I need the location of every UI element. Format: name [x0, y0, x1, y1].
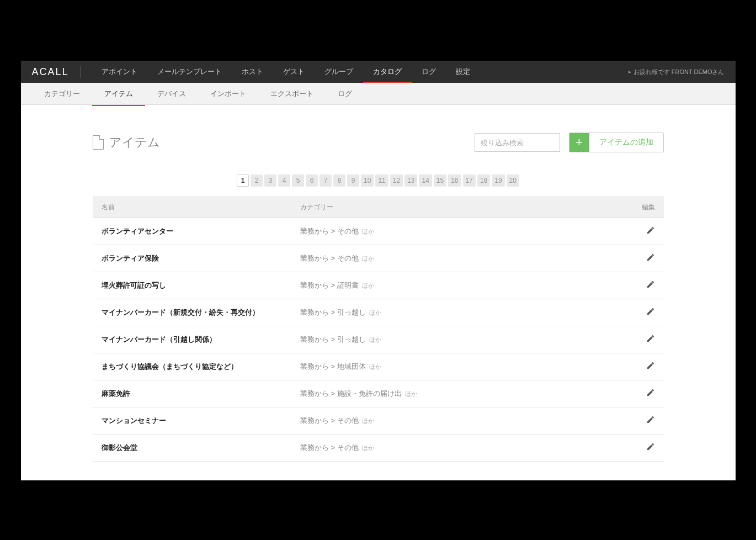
- row-category: 業務から>施設・免許の届け出ほか: [300, 389, 633, 399]
- page-13[interactable]: 13: [404, 174, 417, 187]
- subtab-5[interactable]: ログ: [326, 82, 364, 105]
- row-name: マイナンバーカード（新規交付・紛失・再交付）: [102, 308, 300, 317]
- table-row: まちづくり協議会（まちづくり協定など）業務から>地域団体ほか: [93, 353, 664, 380]
- page-12[interactable]: 12: [390, 174, 403, 187]
- page-2[interactable]: 2: [251, 174, 263, 187]
- page-15[interactable]: 15: [434, 174, 446, 187]
- edit-icon[interactable]: [646, 442, 655, 451]
- row-category: 業務から>地域団体ほか: [300, 362, 633, 372]
- row-category: 業務から>その他ほか: [300, 416, 633, 426]
- table-row: 埋火葬許可証の写し業務から>証明書ほか: [93, 272, 664, 299]
- page-17[interactable]: 17: [463, 174, 476, 187]
- row-name: 麻薬免許: [102, 389, 300, 399]
- row-category: 業務から>その他ほか: [300, 253, 633, 263]
- row-name: マイナンバーカード（引越し関係）: [102, 335, 300, 345]
- search-input[interactable]: [475, 133, 560, 152]
- table-row: マンションセミナー業務から>その他ほか: [93, 407, 664, 435]
- table-row: ボランティアセンター業務から>その他ほか: [93, 218, 664, 245]
- page-1[interactable]: 1: [237, 174, 249, 187]
- top-navigation: ACALL アポイントメールテンプレートホストゲストグループカタログログ設定 お…: [21, 61, 736, 83]
- page-3[interactable]: 3: [264, 174, 276, 187]
- page-10[interactable]: 10: [361, 174, 374, 187]
- row-category: 業務から>引っ越しほか: [300, 335, 633, 345]
- add-item-button[interactable]: + アイテムの追加: [569, 133, 664, 152]
- page-6[interactable]: 6: [306, 174, 318, 187]
- page-16[interactable]: 16: [448, 174, 461, 187]
- items-table: 名前 カテゴリー 編集 ボランティアセンター業務から>その他ほかボランティア保険…: [93, 197, 664, 462]
- column-header-edit: 編集: [633, 203, 655, 212]
- edit-icon[interactable]: [646, 253, 655, 262]
- row-name: 埋火葬許可証の写し: [102, 280, 300, 290]
- nav-item-7[interactable]: 設定: [446, 61, 480, 83]
- row-category: 業務から>証明書ほか: [300, 280, 633, 290]
- edit-icon[interactable]: [646, 415, 655, 424]
- page-title-text: アイテム: [109, 134, 160, 151]
- page-20[interactable]: 20: [507, 174, 519, 187]
- column-header-name: 名前: [102, 203, 300, 212]
- page-19[interactable]: 19: [492, 174, 504, 187]
- nav-item-0[interactable]: アポイント: [92, 61, 147, 83]
- page-14[interactable]: 14: [419, 174, 432, 187]
- logo: ACALL: [32, 66, 81, 78]
- page-18[interactable]: 18: [477, 174, 490, 187]
- sub-navigation: カテゴリーアイテムデバイスインポートエクスポートログ: [21, 83, 736, 105]
- table-row: マイナンバーカード（新規交付・紛失・再交付）業務から>引っ越しほか: [93, 299, 664, 326]
- table-row: マイナンバーカード（引越し関係）業務から>引っ越しほか: [93, 326, 664, 353]
- add-button-label: アイテムの追加: [589, 137, 663, 147]
- table-row: 御影公会堂業務から>その他ほか: [93, 435, 664, 462]
- page-4[interactable]: 4: [278, 174, 290, 187]
- edit-icon[interactable]: [646, 388, 655, 397]
- edit-icon[interactable]: [646, 307, 655, 316]
- row-name: ボランティアセンター: [102, 226, 300, 236]
- row-name: ボランティア保険: [102, 253, 300, 263]
- page-5[interactable]: 5: [292, 174, 304, 187]
- edit-icon[interactable]: [646, 280, 655, 289]
- document-icon: [93, 135, 104, 150]
- edit-icon[interactable]: [646, 361, 655, 370]
- pagination: 1234567891011121314151617181920: [93, 174, 664, 187]
- nav-item-5[interactable]: カタログ: [363, 61, 412, 83]
- row-category: 業務から>その他ほか: [300, 226, 633, 236]
- nav-item-6[interactable]: ログ: [412, 61, 446, 83]
- subtab-4[interactable]: エクスポート: [258, 82, 326, 105]
- table-row: 麻薬免許業務から>施設・免許の届け出ほか: [93, 380, 664, 407]
- table-row: ボランティア保険業務から>その他ほか: [93, 245, 664, 272]
- row-name: まちづくり協議会（まちづくり協定など）: [102, 362, 300, 372]
- nav-item-2[interactable]: ホスト: [232, 61, 273, 83]
- page-7[interactable]: 7: [320, 174, 332, 187]
- subtab-2[interactable]: デバイス: [145, 82, 198, 105]
- nav-item-3[interactable]: ゲスト: [273, 61, 315, 83]
- column-header-category: カテゴリー: [300, 203, 633, 212]
- page-title: アイテム: [93, 134, 160, 151]
- row-name: 御影公会堂: [102, 443, 300, 453]
- page-11[interactable]: 11: [375, 174, 388, 187]
- row-category: 業務から>その他ほか: [300, 443, 633, 453]
- subtab-3[interactable]: インポート: [198, 82, 258, 105]
- edit-icon[interactable]: [646, 226, 655, 235]
- subtab-0[interactable]: カテゴリー: [32, 82, 92, 105]
- row-name: マンションセミナー: [102, 416, 300, 426]
- page-8[interactable]: 8: [333, 174, 345, 187]
- user-greeting[interactable]: お疲れ様です FRONT DEMOさん: [629, 68, 725, 76]
- row-category: 業務から>引っ越しほか: [300, 308, 633, 317]
- edit-icon[interactable]: [646, 334, 655, 343]
- nav-item-4[interactable]: グループ: [315, 61, 363, 83]
- plus-icon: +: [569, 133, 589, 152]
- nav-item-1[interactable]: メールテンプレート: [147, 61, 232, 83]
- page-9[interactable]: 9: [347, 174, 359, 187]
- subtab-1[interactable]: アイテム: [92, 82, 145, 105]
